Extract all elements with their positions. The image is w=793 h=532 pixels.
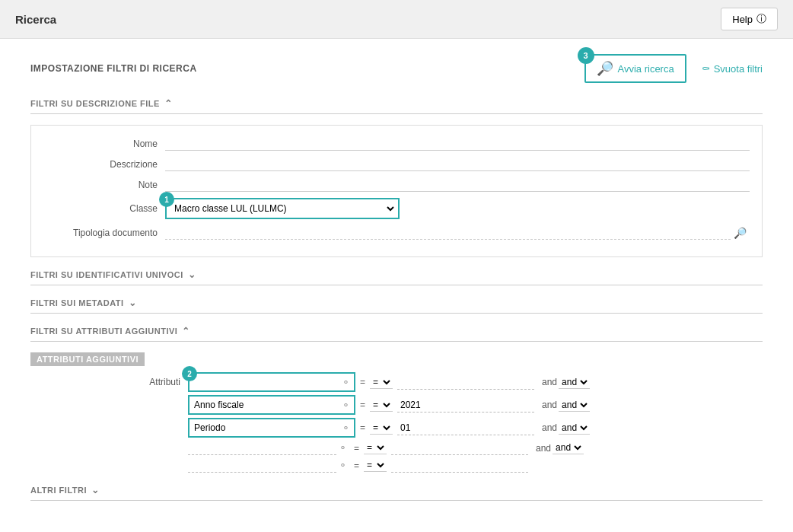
- filtri-descrizione-box: Nome Descrizione Note Classe 1 Macro cla…: [30, 125, 763, 257]
- attr-search-icon-0: ⚬: [339, 377, 352, 388]
- svuota-filtri-button[interactable]: ⚰ Svuota filtri: [702, 63, 763, 75]
- help-label: Help: [732, 14, 753, 25]
- avvia-ricerca-button[interactable]: 3 🔎 Avvia ricerca: [584, 54, 686, 83]
- step2-badge: 2: [182, 366, 197, 381]
- filtri-descrizione-section: FILTRI SU DESCRIZIONE FILE ⌃ Nome Descri…: [30, 98, 763, 257]
- filtri-attributi-section: FILTRI SU ATTRIBUTI AGGIUNTIVI ⌃ ATTRIBU…: [30, 326, 763, 473]
- altri-filtri-section: ALTRI FILTRI ⌄: [30, 485, 763, 501]
- and-label-3: and: [536, 443, 551, 454]
- attr-search-icon-1: ⚬: [339, 400, 352, 411]
- attr-search-icon-3: ⚬: [336, 442, 349, 454]
- attr-value-input-2[interactable]: [397, 421, 534, 435]
- attr-search-icon-4: ⚬: [336, 460, 349, 471]
- attr-op-select-4[interactable]: =<>: [364, 459, 387, 472]
- filtri-identificativi-toggle[interactable]: FILTRI SU IDENTIFICATIVI UNIVOCI ⌄: [30, 269, 763, 280]
- attr-row-1: ⚬ = =<> and andor: [30, 395, 763, 415]
- filtri-identificativi-section: FILTRI SU IDENTIFICATIVI UNIVOCI ⌄: [30, 269, 763, 285]
- svuota-label: Svuota filtri: [714, 63, 763, 75]
- altri-filtri-divider: [30, 500, 763, 501]
- attr-text-input-1[interactable]: [191, 398, 339, 412]
- classe-label: Classe: [43, 203, 165, 214]
- filtri-attributi-toggle[interactable]: FILTRI SU ATTRIBUTI AGGIUNTIVI ⌃: [30, 326, 763, 336]
- filtri-metadati-toggle[interactable]: FILTRI SUI METADATI ⌄: [30, 298, 763, 308]
- attr-eq-4: =: [354, 460, 359, 471]
- note-row: Note: [43, 177, 750, 192]
- and-select-2[interactable]: andor: [559, 422, 590, 435]
- main-content: IMPOSTAZIONE FILTRI DI RICERCA 3 🔎 Avvia…: [0, 39, 793, 532]
- attr-input-wrapper-0: 2 ⚬: [188, 372, 355, 392]
- filtri-identificativi-divider: [30, 285, 763, 285]
- attr-row-4: ⚬ = =<>: [30, 458, 763, 473]
- attr-value-input-3[interactable]: [391, 441, 528, 455]
- filtri-metadati-divider: [30, 313, 763, 314]
- attr-value-input-1[interactable]: [397, 398, 534, 413]
- and-select-1[interactable]: andor: [559, 399, 590, 412]
- filtri-metadati-section: FILTRI SUI METADATI ⌄: [30, 298, 763, 314]
- classe-select-wrapper: 1 Macro classe LUL (LULMC) Classe A Clas…: [165, 198, 400, 219]
- top-bar: Ricerca Help ⓘ: [0, 0, 793, 39]
- help-icon: ⓘ: [756, 12, 766, 26]
- descrizione-label: Descrizione: [43, 159, 165, 170]
- chevron-down-icon-meta: ⌄: [129, 298, 137, 308]
- attr-eq-3: =: [354, 443, 359, 454]
- attr-text-input-2[interactable]: [191, 421, 339, 435]
- attr-eq-1: =: [360, 400, 365, 410]
- attr-row-2: ⚬ = =<> and andor: [30, 418, 763, 438]
- section-header-row: IMPOSTAZIONE FILTRI DI RICERCA 3 🔎 Avvia…: [30, 54, 763, 83]
- attr-input-wrapper-1: ⚬: [188, 395, 355, 415]
- avvia-label: Avvia ricerca: [618, 63, 674, 75]
- altri-filtri-toggle[interactable]: ALTRI FILTRI ⌄: [30, 485, 763, 495]
- page-title: Ricerca: [15, 13, 56, 26]
- attr-value-input-4[interactable]: [391, 458, 528, 473]
- attr-search-icon-2: ⚬: [339, 422, 352, 434]
- note-input[interactable]: [165, 177, 750, 192]
- filtri-metadati-label: FILTRI SUI METADATI: [30, 298, 124, 307]
- attr-and-0: and andor: [542, 376, 590, 389]
- chevron-up-icon-attr: ⌃: [182, 326, 190, 336]
- filtri-identificativi-label: FILTRI SU IDENTIFICATIVI UNIVOCI: [30, 270, 183, 279]
- filtri-descrizione-label: FILTRI SU DESCRIZIONE FILE: [30, 99, 160, 108]
- and-label-0: and: [542, 377, 557, 387]
- tipologia-input[interactable]: [165, 225, 731, 240]
- classe-select[interactable]: Macro classe LUL (LULMC) Classe A Classe…: [168, 201, 396, 216]
- attr-op-select-3[interactable]: =<>: [364, 441, 387, 454]
- attr-and-1: and andor: [542, 399, 590, 412]
- tipologia-search-button[interactable]: 🔎: [731, 227, 750, 239]
- attr-row-3: ⚬ = =<> and andor: [30, 441, 763, 455]
- and-label-1: and: [542, 400, 557, 410]
- attr-row-0: Attributi 2 ⚬ = =<> and andor: [30, 372, 763, 392]
- help-button[interactable]: Help ⓘ: [721, 8, 778, 30]
- nome-input[interactable]: [165, 136, 750, 151]
- attr-value-input-0[interactable]: [397, 375, 534, 390]
- attr-text-input-3[interactable]: [188, 441, 336, 455]
- chevron-down-icon: ⌄: [188, 269, 196, 280]
- attributi-label: Attributi: [30, 377, 188, 387]
- and-label-2: and: [542, 422, 557, 433]
- binoculars-icon: 🔎: [597, 60, 613, 77]
- filtri-attributi-label: FILTRI SU ATTRIBUTI AGGIUNTIVI: [30, 327, 177, 336]
- note-label: Note: [43, 180, 165, 190]
- attr-op-select-0[interactable]: =<>: [370, 376, 393, 389]
- nome-label: Nome: [43, 139, 165, 149]
- step1-badge: 1: [159, 192, 174, 207]
- filtri-descrizione-toggle[interactable]: FILTRI SU DESCRIZIONE FILE ⌃: [30, 98, 763, 109]
- tipologia-row: Tipologia documento 🔎: [43, 225, 750, 240]
- step3-badge: 3: [578, 47, 594, 64]
- chevron-down-icon-altri: ⌄: [91, 485, 100, 495]
- tipologia-label: Tipologia documento: [43, 228, 165, 238]
- attr-and-2: and andor: [542, 422, 590, 435]
- attributi-section: ATTRIBUTI AGGIUNTIVI Attributi 2 ⚬ = =<>…: [30, 352, 763, 473]
- and-select-0[interactable]: andor: [559, 376, 590, 389]
- attr-text-input-0[interactable]: [191, 375, 339, 389]
- impostazione-title: IMPOSTAZIONE FILTRI DI RICERCA: [30, 63, 197, 74]
- altri-filtri-label: ALTRI FILTRI: [30, 486, 87, 495]
- attr-text-input-4[interactable]: [188, 458, 336, 473]
- attr-eq-0: =: [360, 377, 365, 387]
- attr-op-select-1[interactable]: =<>: [370, 399, 393, 412]
- action-buttons: 3 🔎 Avvia ricerca ⚰ Svuota filtri: [584, 54, 763, 83]
- attr-op-select-2[interactable]: =<>: [370, 422, 393, 435]
- descrizione-input[interactable]: [165, 157, 750, 171]
- and-select-3[interactable]: andor: [553, 441, 584, 454]
- attr-eq-2: =: [360, 422, 365, 433]
- attr-input-wrapper-2: ⚬: [188, 418, 355, 438]
